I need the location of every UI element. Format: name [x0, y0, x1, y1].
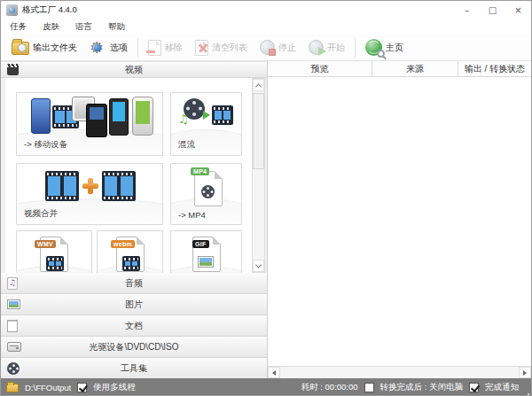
section-audio-label: 音频 — [125, 277, 143, 290]
video-item-to-wmv[interactable]: WMV — [16, 230, 92, 273]
menu-item-skins[interactable]: 皮肤 — [41, 20, 61, 34]
section-document[interactable]: 文档 — [1, 315, 267, 337]
video-items-scrollbar[interactable] — [252, 78, 265, 273]
toolbar-separator — [137, 38, 138, 58]
mp4-badge: MP4 — [191, 167, 209, 175]
remove-button[interactable]: 移除 — [143, 38, 188, 58]
scroll-right-button[interactable] — [519, 367, 531, 378]
stop-icon — [260, 40, 275, 55]
section-rom-label: 光驱设备\DVD\CD\ISO — [89, 341, 178, 353]
app-window: 格式工厂 4.4.0 – □ × 任务 皮肤 语言 帮助 输出文件夹 选项 移除… — [0, 0, 532, 396]
scroll-up-button[interactable] — [253, 79, 264, 91]
phone-icon — [31, 98, 51, 134]
gear-icon — [90, 39, 106, 56]
clear-list-icon — [195, 40, 208, 56]
start-button[interactable]: 开始 — [303, 38, 350, 57]
section-rom-device[interactable]: 光驱设备\DVD\CD\ISO — [1, 337, 267, 358]
section-video[interactable]: 视频 — [1, 61, 267, 78]
scroll-left-button[interactable] — [268, 367, 280, 378]
toolbar: 输出文件夹 选项 移除 清空列表 停止 开始 主页 — [1, 35, 531, 61]
section-picture[interactable]: 图片 — [1, 294, 267, 315]
options-label: 选项 — [110, 42, 128, 54]
remove-icon — [148, 40, 161, 56]
clapperboard-icon — [7, 64, 19, 75]
filmstrip-icon — [122, 256, 140, 271]
section-toolset[interactable]: 工具集 — [1, 358, 267, 378]
task-list-header: 预览 来源 输出 / 转换状态 — [268, 61, 531, 77]
filmstrip-icon — [45, 171, 79, 201]
arrow-left-icon — [272, 370, 276, 376]
notify-checkbox[interactable] — [469, 383, 479, 392]
phone-icon — [109, 98, 129, 136]
picture-icon — [7, 299, 20, 309]
menu-item-help[interactable]: 帮助 — [106, 20, 127, 34]
output-folder-label: 输出文件夹 — [33, 42, 77, 54]
window-controls: – □ × — [454, 1, 531, 19]
multithread-checkbox[interactable] — [77, 383, 87, 392]
video-item-to-gif[interactable]: GIF — [170, 230, 242, 273]
video-item-merge[interactable]: 视频合并 — [16, 163, 163, 225]
hscroll-track[interactable] — [280, 367, 519, 378]
multithread-label[interactable]: 使用多线程 — [93, 382, 136, 393]
resize-grip[interactable] — [520, 385, 529, 395]
video-items-viewport: -> 移动设备 混流 视频合并 — [5, 78, 252, 273]
start-icon — [309, 40, 324, 55]
shutdown-label[interactable]: 转换完成后 : 关闭电脑 — [380, 382, 463, 393]
video-item-to-mp4[interactable]: MP4 -> MP4 — [170, 163, 242, 225]
music-note-icon — [7, 277, 18, 290]
video-items-panel: -> 移动设备 混流 视频合并 — [1, 78, 267, 273]
column-output-status[interactable]: 输出 / 转换状态 — [458, 61, 531, 76]
film-reel-icon — [201, 185, 215, 198]
home-label: 主页 — [386, 42, 403, 54]
options-button[interactable]: 选项 — [84, 37, 133, 58]
title-bar: 格式工厂 4.4.0 – □ × — [1, 1, 531, 19]
output-folder-button[interactable]: 输出文件夹 — [6, 38, 82, 57]
wmv-badge: WMV — [35, 240, 56, 248]
video-item-mux[interactable]: 混流 — [170, 92, 242, 156]
main-area: 视频 -> 移动设备 — [1, 61, 531, 378]
arrow-right-icon — [523, 370, 527, 376]
section-audio[interactable]: 音频 — [1, 273, 267, 294]
stop-label: 停止 — [278, 42, 296, 54]
column-source[interactable]: 来源 — [372, 61, 458, 76]
app-logo-icon — [6, 4, 18, 16]
scrollbar-thumb[interactable] — [253, 93, 264, 169]
shutdown-checkbox[interactable] — [364, 383, 374, 392]
phone-icon — [132, 97, 153, 136]
maximize-button[interactable]: □ — [480, 1, 505, 19]
scroll-down-button[interactable] — [253, 260, 264, 272]
format-sidebar: 视频 -> 移动设备 — [1, 61, 268, 378]
chevron-up-icon — [255, 83, 262, 89]
document-icon — [7, 320, 18, 332]
home-button[interactable]: 主页 — [360, 37, 409, 58]
phone-icon — [86, 104, 107, 137]
output-path-folder-icon — [6, 384, 19, 392]
stop-button[interactable]: 停止 — [254, 38, 301, 57]
section-video-label: 视频 — [125, 64, 143, 76]
toolbar-separator — [355, 38, 356, 58]
output-folder-icon — [12, 42, 29, 55]
minimize-button[interactable]: – — [454, 1, 480, 19]
notify-label[interactable]: 完成通知 — [485, 382, 519, 393]
clear-list-button[interactable]: 清空列表 — [190, 38, 253, 58]
video-item-to-webm[interactable]: webm — [97, 230, 163, 273]
column-preview[interactable]: 预览 — [268, 61, 372, 76]
video-item-mobile-device[interactable]: -> 移动设备 — [16, 92, 163, 156]
task-list-body[interactable] — [268, 77, 531, 366]
elapsed-time: 耗时 : 00:00:00 — [301, 382, 358, 393]
task-list-hscrollbar[interactable] — [268, 366, 531, 378]
webm-badge: webm — [111, 240, 135, 248]
menu-item-tasks[interactable]: 任务 — [8, 20, 28, 34]
plus-icon — [82, 178, 98, 194]
menu-item-language[interactable]: 语言 — [74, 20, 94, 34]
gif-badge: GIF — [192, 240, 209, 248]
filmstrip-icon — [212, 105, 233, 125]
section-picture-label: 图片 — [125, 299, 143, 311]
green-arrow-icon — [203, 111, 210, 120]
output-path[interactable]: D:\FFOutput — [25, 383, 71, 392]
mux-label: 混流 — [178, 139, 195, 151]
close-button[interactable]: × — [505, 1, 531, 19]
to-mp4-label: -> MP4 — [178, 210, 206, 220]
picture-icon — [198, 256, 214, 268]
start-label: 开始 — [327, 42, 345, 54]
